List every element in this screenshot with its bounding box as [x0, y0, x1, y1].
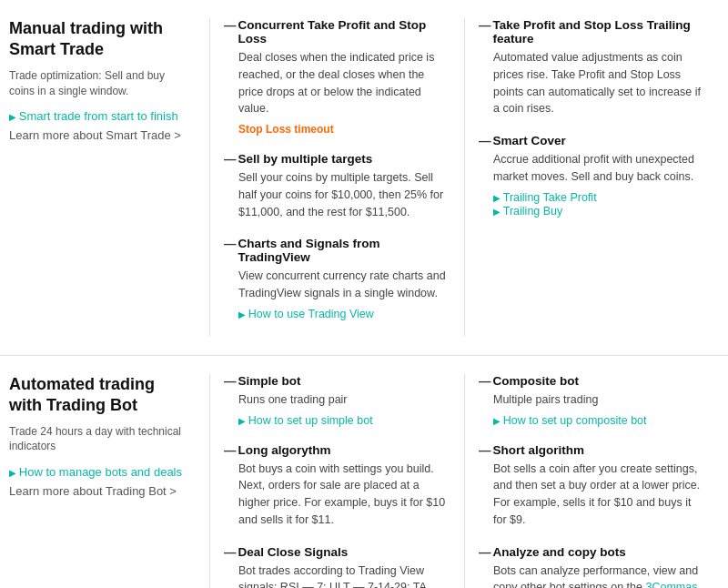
how-to-set-up-composite-bot-link[interactable]: How to set up composite bot	[479, 414, 647, 427]
feature-concurrent-take-profit-desc: Deal closes when the indicated price is …	[224, 49, 450, 117]
manage-bots-link[interactable]: How to manage bots and deals	[9, 465, 191, 479]
feature-long-algorithm-title: Long algorythm	[224, 443, 450, 457]
feature-analyze-copy: Analyze and copy bots Bots can analyze p…	[479, 545, 705, 589]
feature-simple-bot: Simple bot Runs one trading pair How to …	[224, 374, 450, 427]
smart-trade-title: Manual trading with Smart Trade	[9, 18, 191, 61]
feature-charts-signals: Charts and Signals from TradingView View…	[224, 237, 450, 320]
feature-simple-bot-desc: Runs one trading pair	[224, 391, 450, 409]
feature-short-algorithm-desc: Bot sells a coin after you create settin…	[479, 461, 705, 529]
feature-simple-bot-title: Simple bot	[224, 374, 450, 388]
feature-sell-multiple-title: Sell by multiple targets	[224, 152, 450, 166]
feature-composite-bot-title: Composite bot	[479, 374, 705, 388]
trading-bot-col1: Simple bot Runs one trading pair How to …	[209, 374, 464, 588]
feature-composite-bot-desc: Multiple pairs trading	[479, 391, 705, 409]
stop-loss-timeout-tag: Stop Loss timeout	[224, 123, 334, 136]
feature-tp-sl-trailing-desc: Automated value adjustments as coin pric…	[479, 49, 705, 117]
feature-charts-signals-title: Charts and Signals from TradingView	[224, 237, 450, 264]
how-to-set-up-simple-bot-link[interactable]: How to set up simple bot	[224, 414, 373, 427]
feature-smart-cover-desc: Accrue additional profit with unexpected…	[479, 151, 705, 186]
trading-bot-col2: Composite bot Multiple pairs trading How…	[464, 374, 719, 588]
how-to-use-tradingview-link[interactable]: How to use Trading View	[224, 308, 374, 320]
smart-trade-main: Concurrent Take Profit and Stop Loss Dea…	[209, 18, 719, 337]
feature-long-algorithm: Long algorythm Bot buys a coin with sett…	[224, 443, 450, 529]
trading-bot-section: Automated trading with Trading Bot Trade…	[0, 356, 728, 588]
feature-analyze-copy-desc: Bots can analyze performance, view and c…	[479, 563, 705, 589]
smart-trade-subtitle: Trade optimization: Sell and buy coins i…	[9, 68, 191, 99]
smart-trade-section: Manual trading with Smart Trade Trade op…	[0, 0, 728, 356]
feature-smart-cover: Smart Cover Accrue additional profit wit…	[479, 134, 705, 218]
trading-bot-subtitle: Trade 24 hours a day with technical indi…	[9, 424, 191, 455]
feature-tp-sl-trailing: Take Profit and Stop Loss Trailing featu…	[479, 18, 705, 117]
feature-deal-close-signals-title: Deal Close Signals	[224, 545, 450, 559]
feature-concurrent-take-profit-title: Concurrent Take Profit and Stop Loss	[224, 18, 450, 46]
trailing-buy-link[interactable]: Trailing Buy	[479, 205, 562, 218]
feature-composite-bot: Composite bot Multiple pairs trading How…	[479, 374, 705, 427]
feature-tp-sl-trailing-title: Take Profit and Stop Loss Trailing featu…	[479, 18, 705, 46]
feature-sell-multiple: Sell by multiple targets Sell your coins…	[224, 152, 450, 220]
feature-short-algorithm: Short algorithm Bot sells a coin after y…	[479, 443, 705, 529]
trading-bot-title: Automated trading with Trading Bot	[9, 374, 191, 417]
smart-trade-left: Manual trading with Smart Trade Trade op…	[9, 18, 209, 337]
trading-bot-main: Simple bot Runs one trading pair How to …	[209, 374, 719, 588]
smart-trade-learn-more-link[interactable]: Learn more about Smart Trade >	[9, 128, 181, 142]
feature-smart-cover-title: Smart Cover	[479, 134, 705, 147]
trading-bot-learn-more-link[interactable]: Learn more about Trading Bot >	[9, 484, 177, 498]
feature-short-algorithm-title: Short algorithm	[479, 443, 705, 457]
trailing-take-profit-link[interactable]: Trailing Take Profit	[479, 191, 597, 204]
feature-charts-signals-desc: View concurrent currency rate charts and…	[224, 268, 450, 302]
feature-concurrent-take-profit: Concurrent Take Profit and Stop Loss Dea…	[224, 18, 450, 136]
feature-long-algorithm-desc: Bot buys a coin with settings you build.…	[224, 461, 450, 529]
feature-sell-multiple-desc: Sell your coins by multiple targets. Sel…	[224, 169, 450, 220]
smart-trade-col1: Concurrent Take Profit and Stop Loss Dea…	[209, 18, 464, 337]
smart-trade-col2: Take Profit and Stop Loss Trailing featu…	[464, 18, 719, 337]
smart-trade-guide-link[interactable]: Smart trade from start to finish	[9, 109, 191, 123]
feature-deal-close-signals-desc: Bot trades according to Trading View sig…	[224, 563, 450, 589]
feature-analyze-copy-title: Analyze and copy bots	[479, 545, 705, 559]
trading-bot-left: Automated trading with Trading Bot Trade…	[9, 374, 209, 588]
feature-deal-close-signals: Deal Close Signals Bot trades according …	[224, 545, 450, 589]
